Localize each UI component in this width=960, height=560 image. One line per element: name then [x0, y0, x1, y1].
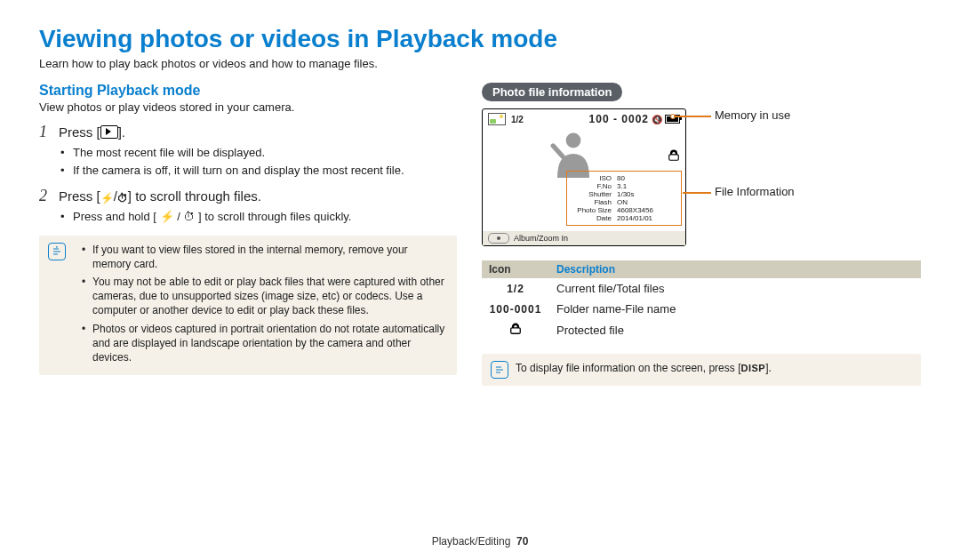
lock-icon	[668, 149, 680, 164]
zoom-label: Album/Zoom In	[514, 234, 568, 243]
memory-label: 100 - 0002	[589, 113, 649, 125]
note-item: You may not be able to edit or play back…	[85, 275, 448, 318]
table-cell-desc: Current file/Total files	[549, 278, 921, 299]
callout-line	[674, 116, 711, 117]
callout-line	[683, 192, 711, 194]
note-icon	[48, 243, 66, 260]
icon-description-table: Icon Description 1/2 Current file/Total …	[482, 260, 921, 341]
table-row: Protected file	[482, 319, 921, 341]
step-number: 1	[39, 123, 52, 141]
step-text: Press [].	[59, 123, 125, 141]
folder-file-label: 100-0001	[490, 303, 542, 316]
bullet-item: If the camera is off, it will turn on an…	[66, 163, 457, 179]
bullet-item: The most recent file will be displayed.	[66, 145, 457, 161]
table-row: 100-0001 Folder name-File name	[482, 299, 921, 319]
table-cell-desc: Folder name-File name	[549, 299, 921, 319]
timer-icon	[117, 189, 128, 204]
flash-icon	[100, 189, 114, 204]
playback-button-icon	[100, 125, 118, 139]
file-counter: 1/2	[511, 115, 524, 124]
lcd-diagram: 1/2 100 - 0002 🔇	[482, 108, 908, 255]
file-info-panel: ISO80 F.No3.1 Shutter1/30s FlashON Photo…	[566, 171, 682, 226]
step-1-bullets: The most recent file will be displayed. …	[39, 145, 457, 178]
thumbnail-icon	[488, 113, 506, 125]
disp-button-label: DISP	[740, 362, 765, 375]
note-icon	[491, 361, 508, 379]
step-2-bullets: Press and hold [ ⚡ / ⏱ ] to scroll throu…	[39, 209, 457, 225]
bullet-item: Press and hold [ ⚡ / ⏱ ] to scroll throu…	[66, 209, 457, 225]
note-box: If you want to view files stored in the …	[39, 236, 457, 376]
note-item: Photos or videos captured in portrait or…	[85, 322, 448, 365]
table-cell-desc: Protected file	[549, 319, 921, 341]
lcd-bottom-bar: Album/Zoom In	[483, 231, 685, 245]
page-footer: Playback/Editing 70	[0, 535, 960, 548]
step-2: 2 Press [/] to scroll through files.	[39, 187, 457, 205]
table-row: 1/2 Current file/Total files	[482, 278, 921, 299]
counter-icon-label: 1/2	[507, 283, 524, 295]
audio-icon: 🔇	[652, 115, 662, 124]
callout-file-information: File Information	[715, 185, 795, 198]
step-text: Press [/] to scroll through files.	[59, 187, 261, 205]
note-item: If you want to view files stored in the …	[85, 243, 448, 271]
left-column: Starting Playback mode View photos or pl…	[39, 83, 457, 375]
svg-point-0	[566, 133, 581, 148]
section-subtext: View photos or play videos stored in you…	[39, 100, 457, 114]
page-title: Viewing photos or videos in Playback mod…	[39, 25, 921, 53]
zoom-pill-icon	[488, 233, 509, 244]
lcd-screen: 1/2 100 - 0002 🔇	[482, 108, 686, 246]
callout-memory-in-use: Memory in use	[715, 108, 790, 122]
table-header-description: Description	[549, 260, 921, 278]
step-number: 2	[39, 187, 52, 205]
subhead-pill: Photo file information	[482, 83, 622, 101]
section-heading: Starting Playback mode	[39, 83, 457, 99]
page-lede: Learn how to play back photos or videos …	[39, 57, 921, 70]
lock-icon	[482, 319, 549, 341]
step-1: 1 Press [].	[39, 123, 457, 141]
table-header-icon: Icon	[482, 260, 549, 278]
note-text: To display file information on the scree…	[516, 361, 772, 379]
note-box: To display file information on the scree…	[482, 354, 921, 386]
right-column: Photo file information 1/2 100 - 0002 🔇	[482, 83, 921, 386]
